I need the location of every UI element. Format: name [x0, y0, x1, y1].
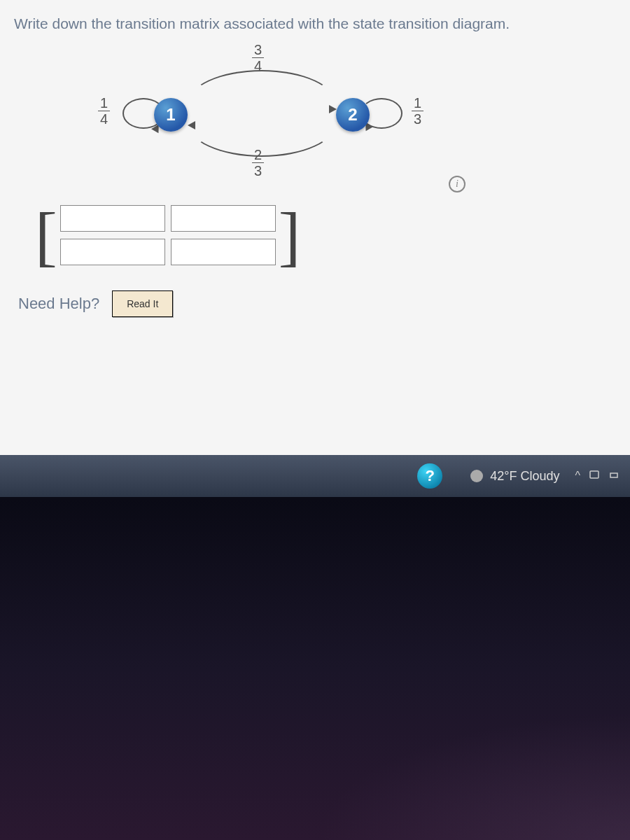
question-prompt: Write down the transition matrix associa… — [14, 13, 616, 35]
matrix-cell-0-0[interactable] — [60, 205, 165, 232]
help-section: Need Help? Read It — [18, 290, 616, 317]
left-bracket: [ — [35, 203, 57, 270]
right-bracket: ] — [279, 203, 301, 270]
state-transition-diagram: 1 4 3 4 2 3 1 3 — [14, 42, 490, 189]
chevron-up-icon[interactable]: ^ — [575, 470, 580, 482]
read-it-button[interactable]: Read It — [112, 290, 173, 317]
cloud-icon[interactable] — [470, 470, 483, 482]
state-node-1: 1 — [154, 98, 188, 132]
svg-rect-0 — [590, 471, 598, 478]
matrix-cell-0-1[interactable] — [171, 205, 276, 232]
taskbar-right-section: 42°F Cloudy ^ — [470, 469, 620, 484]
matrix-input-container: [ ] — [35, 203, 616, 270]
keyboard-glare — [315, 714, 630, 840]
need-help-label: Need Help? — [18, 295, 99, 313]
transition-arc-bottom — [186, 87, 337, 157]
below-screen-area — [0, 497, 630, 840]
svg-rect-1 — [610, 473, 617, 477]
info-icon[interactable]: i — [449, 176, 465, 192]
arrow-icon — [188, 121, 195, 130]
question-panel: Write down the transition matrix associa… — [0, 0, 630, 455]
windows-taskbar[interactable]: ? 42°F Cloudy ^ — [0, 455, 630, 497]
weather-text[interactable]: 42°F Cloudy — [490, 469, 559, 484]
tray-icon[interactable] — [608, 469, 620, 483]
self-loop-1-label: 1 4 — [98, 95, 110, 127]
matrix-cell-1-0[interactable] — [60, 239, 165, 265]
transition-1-2-label: 3 4 — [252, 42, 264, 74]
state-node-2: 2 — [336, 98, 370, 132]
matrix-cell-1-1[interactable] — [171, 239, 276, 265]
self-loop-2-label: 1 3 — [412, 95, 424, 127]
help-icon[interactable]: ? — [417, 463, 442, 489]
tray-icon[interactable] — [589, 469, 600, 483]
